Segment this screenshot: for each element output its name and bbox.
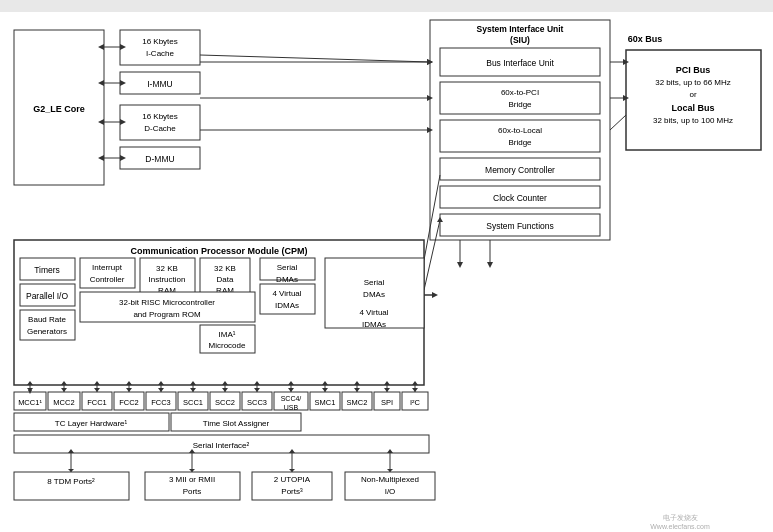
svg-text:SCC1: SCC1 bbox=[183, 398, 203, 407]
svg-rect-105 bbox=[242, 392, 272, 410]
svg-rect-65 bbox=[20, 310, 75, 340]
svg-text:Interrupt: Interrupt bbox=[92, 263, 123, 272]
svg-text:2 UTOPIA: 2 UTOPIA bbox=[274, 475, 311, 484]
svg-rect-85 bbox=[80, 292, 255, 322]
svg-marker-181 bbox=[289, 469, 295, 472]
svg-text:电子发烧友: 电子发烧友 bbox=[663, 514, 698, 521]
svg-marker-158 bbox=[254, 381, 260, 385]
svg-rect-124 bbox=[14, 472, 129, 500]
svg-rect-118 bbox=[14, 413, 169, 431]
svg-rect-36 bbox=[440, 186, 600, 208]
svg-marker-136 bbox=[27, 388, 33, 392]
svg-marker-48 bbox=[623, 95, 629, 101]
svg-rect-99 bbox=[146, 392, 176, 410]
svg-text:(SIU): (SIU) bbox=[510, 35, 530, 45]
svg-text:FCC3: FCC3 bbox=[151, 398, 171, 407]
svg-marker-13 bbox=[120, 44, 126, 50]
svg-rect-112 bbox=[342, 392, 372, 410]
svg-text:IDMAs: IDMAs bbox=[362, 320, 386, 329]
svg-marker-163 bbox=[322, 388, 328, 392]
svg-rect-91 bbox=[14, 392, 46, 410]
svg-marker-140 bbox=[61, 381, 67, 385]
svg-text:60x-to-Local: 60x-to-Local bbox=[498, 126, 542, 135]
svg-text:3 MII or RMII: 3 MII or RMII bbox=[169, 475, 215, 484]
svg-rect-28 bbox=[440, 82, 600, 114]
svg-rect-97 bbox=[114, 392, 144, 410]
svg-rect-6 bbox=[120, 105, 200, 140]
svg-marker-173 bbox=[412, 381, 418, 385]
svg-text:System Functions: System Functions bbox=[486, 221, 554, 231]
svg-text:DMAs: DMAs bbox=[363, 290, 385, 299]
svg-text:60x Bus: 60x Bus bbox=[628, 34, 663, 44]
svg-rect-63 bbox=[20, 284, 75, 306]
svg-text:Bridge: Bridge bbox=[508, 138, 532, 147]
svg-text:Microcode: Microcode bbox=[209, 341, 246, 350]
svg-rect-110 bbox=[310, 392, 340, 410]
svg-marker-202 bbox=[432, 292, 438, 298]
svg-marker-182 bbox=[289, 449, 295, 453]
svg-marker-143 bbox=[94, 381, 100, 385]
svg-text:Controller: Controller bbox=[90, 275, 125, 284]
svg-marker-175 bbox=[68, 469, 74, 472]
svg-text:Local Bus: Local Bus bbox=[671, 103, 714, 113]
svg-rect-4 bbox=[120, 72, 200, 94]
svg-marker-149 bbox=[158, 381, 164, 385]
svg-text:Baud Rate: Baud Rate bbox=[28, 315, 66, 324]
diagram: G2_LE Core 16 Kbytes I-Cache I-MMU 16 Kb… bbox=[0, 0, 773, 532]
svg-text:4 Virtual: 4 Virtual bbox=[272, 289, 301, 298]
svg-text:Non-Multiplexed: Non-Multiplexed bbox=[361, 475, 419, 484]
svg-marker-12 bbox=[98, 44, 104, 50]
svg-text:MCC1¹: MCC1¹ bbox=[18, 398, 42, 407]
svg-text:32 bits, up to 66 MHz: 32 bits, up to 66 MHz bbox=[655, 78, 731, 87]
svg-text:I-MMU: I-MMU bbox=[147, 79, 173, 89]
svg-marker-152 bbox=[190, 381, 196, 385]
svg-rect-132 bbox=[345, 472, 435, 500]
svg-text:32 KB: 32 KB bbox=[156, 264, 178, 273]
svg-marker-187 bbox=[437, 217, 443, 222]
svg-rect-71 bbox=[140, 258, 195, 298]
svg-marker-189 bbox=[427, 59, 433, 65]
svg-marker-161 bbox=[288, 381, 294, 385]
svg-marker-194 bbox=[623, 59, 629, 65]
svg-marker-164 bbox=[322, 381, 328, 385]
svg-text:Generators: Generators bbox=[27, 327, 67, 336]
svg-rect-120 bbox=[171, 413, 301, 431]
svg-text:Data: Data bbox=[217, 275, 234, 284]
svg-text:and Program ROM: and Program ROM bbox=[133, 310, 200, 319]
svg-text:Ports³: Ports³ bbox=[281, 487, 303, 496]
svg-text:32 KB: 32 KB bbox=[214, 264, 236, 273]
svg-marker-139 bbox=[61, 388, 67, 392]
svg-text:Serial Interface²: Serial Interface² bbox=[193, 441, 250, 450]
svg-text:SMC1: SMC1 bbox=[315, 398, 336, 407]
svg-text:Bus Interface Unit: Bus Interface Unit bbox=[486, 58, 554, 68]
svg-text:Parallel I/O: Parallel I/O bbox=[26, 291, 68, 301]
svg-text:SCC2: SCC2 bbox=[215, 398, 235, 407]
svg-rect-1 bbox=[120, 30, 200, 65]
svg-marker-176 bbox=[68, 449, 74, 453]
svg-text:D-Cache: D-Cache bbox=[144, 124, 176, 133]
svg-text:I²C: I²C bbox=[410, 398, 421, 407]
svg-line-186 bbox=[424, 220, 440, 290]
svg-text:Time Slot Assigner: Time Slot Assigner bbox=[203, 419, 270, 428]
svg-marker-56 bbox=[457, 262, 463, 268]
svg-text:Clock Counter: Clock Counter bbox=[493, 193, 547, 203]
svg-rect-196 bbox=[325, 258, 424, 328]
svg-text:I/O: I/O bbox=[385, 487, 396, 496]
svg-text:Www.elecfans.com: Www.elecfans.com bbox=[650, 523, 710, 530]
svg-marker-179 bbox=[189, 449, 195, 453]
svg-line-49 bbox=[200, 55, 430, 62]
svg-marker-185 bbox=[387, 449, 393, 453]
svg-rect-203 bbox=[0, 0, 773, 12]
svg-marker-167 bbox=[354, 381, 360, 385]
svg-text:System Interface Unit: System Interface Unit bbox=[477, 24, 564, 34]
svg-marker-19 bbox=[120, 119, 126, 125]
svg-marker-145 bbox=[126, 388, 132, 392]
svg-text:4 Virtual: 4 Virtual bbox=[359, 308, 388, 317]
svg-text:Communication Processor Module: Communication Processor Module (CPM) bbox=[130, 246, 307, 256]
svg-text:Memory Controller: Memory Controller bbox=[485, 165, 555, 175]
svg-marker-151 bbox=[190, 388, 196, 392]
svg-rect-34 bbox=[440, 158, 600, 180]
svg-marker-169 bbox=[384, 388, 390, 392]
svg-rect-0 bbox=[14, 30, 104, 185]
svg-rect-126 bbox=[145, 472, 240, 500]
